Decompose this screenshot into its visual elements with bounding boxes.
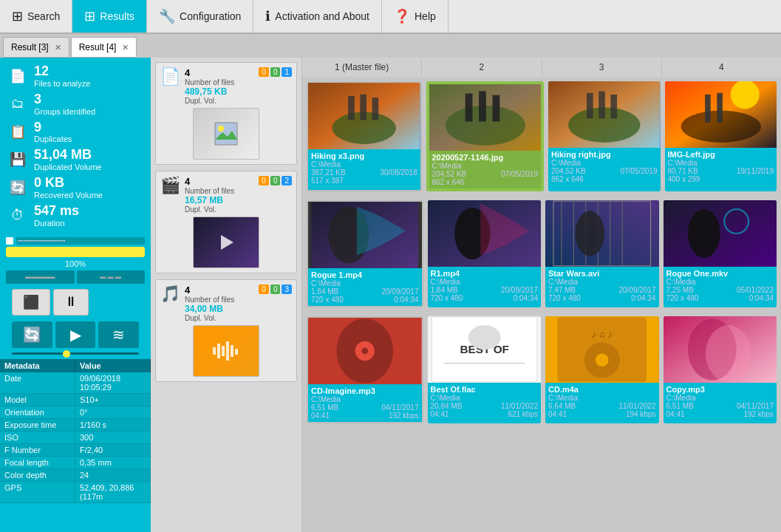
cell-1-1-meta: 387,21 KB 30/08/2018 <box>311 168 417 177</box>
cell-3-3-name: CD.m4a <box>548 385 656 394</box>
activation-nav-button[interactable]: ℹ Activation and About <box>253 0 382 33</box>
cell-2-4-meta: 7,25 MB 05/01/2022 <box>666 286 774 294</box>
help-nav-label: Help <box>415 10 436 22</box>
group-3-badge-0: 0 <box>259 284 269 294</box>
grid-cell-2-3[interactable]: Star Wars.avi C:\Media 7,47 MB 20/09/201… <box>545 200 659 307</box>
slider-row <box>6 351 145 356</box>
cell-3-3-extra-row: 04:41 194 kbps <box>548 410 656 418</box>
search-nav-button[interactable]: ⊞ Search <box>0 0 72 33</box>
refresh-button[interactable]: 🔄 <box>12 321 52 348</box>
svg-rect-6 <box>231 345 233 357</box>
meta-row-exposure: Exposure time 1/160 s <box>0 419 151 432</box>
svg-point-43 <box>687 209 720 258</box>
groups-icon: 🗂 <box>7 94 28 115</box>
meta-model-val: S10+ <box>75 394 151 406</box>
cell-1-4-dims: 400 x 299 <box>668 175 774 183</box>
group-3-size-label: Dupl. Vol. <box>185 314 234 322</box>
top-navigation: ⊞ Search ⊞ Results 🔧 Configuration ℹ Act… <box>0 0 781 34</box>
results-nav-button[interactable]: ⊞ Results <box>72 0 147 33</box>
meta-fnumber-key: F Number <box>0 444 75 456</box>
cell-1-3-dims-val: 862 x 646 <box>551 175 584 183</box>
meta-date-val: 09/06/2018 10:05:29 <box>75 372 151 393</box>
svg-point-41 <box>576 211 604 256</box>
stat-groups: 🗂 3 Groups identified <box>4 90 146 118</box>
stat-duplicates: 📋 9 Duplicates <box>4 118 146 146</box>
svg-rect-4 <box>222 346 225 356</box>
tab-result-4[interactable]: Result [4] ✕ <box>71 37 137 58</box>
cell-2-3-meta: 7,47 MB 20/09/2017 <box>548 286 656 294</box>
cell-2-4-date: 05/01/2022 <box>737 286 774 294</box>
cell-1-2-dims-val: 862 x 646 <box>432 178 465 186</box>
dup-volume-value: 51,04 MB <box>34 148 102 163</box>
group-item-1[interactable]: 📄 4 Number of files 489,75 KB Dupl. Vol.… <box>155 62 297 165</box>
grid-cell-2-2[interactable]: R1.mp4 C:\Media 1,84 MB 20/09/2017 720 x… <box>428 200 542 307</box>
help-nav-button[interactable]: ❓ Help <box>382 0 449 33</box>
cell-2-1-name: Rogue 1.mp4 <box>311 270 419 279</box>
cell-3-4-name: Copy.mp3 <box>666 385 774 394</box>
grid-cell-3-2[interactable]: BEST OF Best Of.flac C:\Media 20,84 MB 1… <box>428 316 542 423</box>
slider-thumb[interactable] <box>63 350 70 358</box>
grid-row-2: Rogue 1.mp4 C:\Media 1,84 MB 20/09/2017 … <box>302 196 781 312</box>
cell-3-2-extra-row: 04:41 621 kbps <box>431 410 539 418</box>
svg-rect-26 <box>705 95 711 123</box>
cell-3-1-meta: 6,51 MB 04/11/2017 <box>311 403 419 412</box>
progress-fill <box>6 247 145 257</box>
grid-cell-3-1[interactable]: CD-Imagine.mp3 C:\Media 6,51 MB 04/11/20… <box>307 316 423 423</box>
meta-orientation-key: Orientation <box>0 406 75 418</box>
grid-cell-1-1[interactable]: Hiking x3.png C:\Media 387,21 KB 30/08/2… <box>307 81 422 191</box>
grid-cell-1-3[interactable]: Hiking right.jpg C:\Media 204,52 KB 07/0… <box>548 81 661 191</box>
cell-3-1-extra: 192 kbps <box>389 412 419 420</box>
grid-cell-1-2[interactable]: 20200527-1146.jpg C:\Media 204,52 KB 07/… <box>426 81 545 191</box>
cell-3-4-size: 6,51 MB <box>666 402 694 410</box>
cell-3-2-image: BEST OF <box>428 316 542 383</box>
meta-exposure-val: 1/160 s <box>75 419 151 431</box>
grid-cell-2-4[interactable]: Rogue One.mkv C:\Media 7,25 MB 05/01/202… <box>664 200 777 307</box>
group-2-badges: 0 0 2 <box>259 176 292 185</box>
tab-result-4-close[interactable]: ✕ <box>122 43 129 52</box>
cell-1-1-size: 387,21 KB <box>311 168 346 177</box>
grid-cell-2-1[interactable]: Rogue 1.mp4 C:\Media 1,84 MB 20/09/2017 … <box>307 200 423 307</box>
cell-1-3-image <box>548 81 661 148</box>
meta-row-iso: ISO 300 <box>0 432 151 444</box>
cell-2-1-dims-row: 720 x 480 0:04:34 <box>311 296 419 304</box>
cell-3-1-name: CD-Imagine.mp3 <box>311 386 419 395</box>
pause-button[interactable]: ⏸ <box>53 289 89 316</box>
cell-1-2-size: 204,52 KB <box>432 170 467 178</box>
group-item-3[interactable]: 🎵 4 Number of files 34,00 MB Dupl. Vol. … <box>155 279 297 382</box>
svg-point-24 <box>730 81 759 109</box>
group-item-2[interactable]: 🎬 4 Number of files 16,57 MB Dupl. Vol. … <box>155 171 297 273</box>
cell-1-1-dims-val: 517 x 387 <box>311 177 344 185</box>
duplicates-value: 9 <box>34 120 72 135</box>
duplicates-icon: 📋 <box>7 121 28 142</box>
stop-button[interactable]: ⬛ <box>12 289 50 316</box>
play-button[interactable]: ▶ <box>55 321 96 348</box>
col-header-4: 4 <box>662 59 781 75</box>
groups-value: 3 <box>34 92 95 107</box>
tab-result-3[interactable]: Result [3] ✕ <box>3 37 69 58</box>
cell-2-1-path: C:\Media <box>311 279 419 287</box>
meta-row-gps: GPS 52,409, 20,886 (117m <box>0 482 151 503</box>
cell-3-3-info: CD.m4a C:\Media 6,64 MB 11/01/2022 04:41… <box>545 383 659 420</box>
cell-1-4-info: IMG-Left.jpg C:\Media 80,71 KB 19/11/201… <box>665 148 777 185</box>
tab-result-3-close[interactable]: ✕ <box>55 43 61 52</box>
waveform-button[interactable]: ≋ <box>98 321 139 348</box>
meta-colordepth-val: 24 <box>75 469 151 481</box>
cell-3-3-size: 6,64 MB <box>548 402 576 410</box>
cell-1-2-date: 07/05/2019 <box>501 170 538 178</box>
cell-1-1-name: Hiking x3.png <box>311 151 417 160</box>
grid-cell-1-4[interactable]: IMG-Left.jpg C:\Media 80,71 KB 19/11/201… <box>665 81 777 191</box>
group-2-preview-icon <box>215 231 237 253</box>
configuration-nav-button[interactable]: 🔧 Configuration <box>147 0 253 33</box>
cell-2-1-date: 20/09/2017 <box>381 287 418 296</box>
meta-orientation-val: 0° <box>75 406 151 418</box>
wave-vis-2: ▬ ▬ ▬ <box>77 270 146 284</box>
group-1-preview-icon <box>211 119 241 149</box>
progress-area: ▪▪▪▪▪▪▪▪▪▪▪▪▪▪▪▪▪▪▪▪▪▪▪▪▪▪ 100% ▬▬▬▬▬ ▬ … <box>0 234 151 359</box>
grid-cell-3-3[interactable]: ♪ ♫ ♪ CD.m4a C:\Media 6,64 MB 11/01/2022 <box>545 316 659 423</box>
cell-1-3-info: Hiking right.jpg C:\Media 204,52 KB 07/0… <box>548 148 661 185</box>
cell-2-4-dims-row: 720 x 480 0:04:34 <box>666 294 774 302</box>
content-area: 📄 4 Number of files 489,75 KB Dupl. Vol.… <box>151 58 781 532</box>
group-2-badge-1: 0 <box>270 176 281 185</box>
grid-cell-3-4[interactable]: Copy.mp3 C:\Media 6,51 MB 04/11/2017 04:… <box>664 316 777 423</box>
meta-date-key: Date <box>0 372 75 393</box>
